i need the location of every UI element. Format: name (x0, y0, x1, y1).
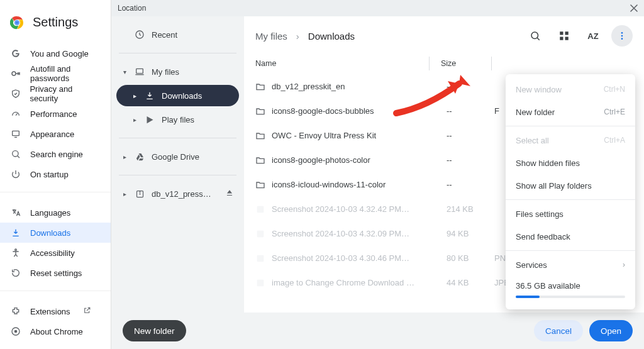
tree-gdrive[interactable]: ▸ Google Drive (116, 146, 239, 167)
menu-label: Show hidden files (516, 158, 580, 168)
dialog-footer: New folder Cancel Open (111, 313, 644, 349)
new-folder-button[interactable]: New folder (123, 320, 186, 341)
folder-icon (255, 106, 272, 116)
settings-sidebar: Settings You and GoogleAutofill and pass… (0, 0, 111, 349)
chevron-right-icon: ▸ (121, 153, 128, 160)
svg-rect-17 (565, 37, 569, 40)
search-button[interactable] (525, 25, 546, 47)
nav-appearance[interactable]: Appearance (0, 124, 111, 144)
lang-icon (10, 208, 21, 218)
play-icon (144, 115, 155, 125)
tree-downloads[interactable]: ▸ Downloads (116, 85, 239, 106)
nav-label: Appearance (30, 130, 74, 139)
nav-extensions[interactable]: Extensions (0, 301, 111, 321)
menu-label: Show all Play folders (516, 181, 592, 191)
nav-downloads[interactable]: Downloads (0, 223, 111, 243)
menu-label: New window (516, 85, 562, 94)
nav-label: Downloads (30, 228, 70, 238)
tree-mounted-archive[interactable]: ▸ db_v12_presski… (116, 183, 239, 204)
archive-icon (134, 189, 145, 199)
menu-label: Services (516, 260, 547, 270)
svg-point-19 (621, 35, 623, 37)
menu-shortcut: Ctrl+E (604, 108, 625, 116)
tree-label: db_v12_presski… (152, 189, 214, 199)
breadcrumb-root[interactable]: My files (255, 31, 287, 42)
access-icon (10, 248, 21, 258)
menu-label: Files settings (516, 209, 564, 219)
menu-files-settings[interactable]: Files settings (506, 202, 635, 225)
external-link-icon (83, 306, 91, 316)
tree-label: Play files (162, 115, 194, 125)
ext-icon (10, 306, 21, 316)
svg-rect-22 (257, 230, 264, 237)
tree-label: Google Drive (152, 152, 199, 162)
perf-icon (10, 109, 21, 119)
download-icon (144, 91, 155, 101)
nav-languages[interactable]: Languages (0, 202, 111, 223)
settings-brand: Settings (0, 15, 111, 41)
menu-show-play[interactable]: Show all Play folders (506, 174, 635, 197)
tree-label: Downloads (162, 91, 202, 101)
grid-view-button[interactable] (553, 25, 575, 47)
sort-button[interactable]: AZ (582, 25, 604, 47)
file-size: -- (438, 131, 494, 140)
clock-icon (134, 30, 145, 40)
file-dialog: Location Recent ▾ My files (111, 0, 644, 349)
file-name: image to Change Chrome Download … (272, 278, 438, 287)
file-size: 94 KB (438, 229, 494, 238)
svg-rect-21 (257, 206, 264, 213)
nav-label: About Chrome (30, 327, 83, 336)
folder-icon (255, 155, 272, 165)
file-name: Screenshot 2024-10-03 4.32.09 PM… (272, 229, 438, 238)
breadcrumb-current: Downloads (308, 31, 355, 42)
file-name: icons8-icloud-windows-11-color (272, 180, 438, 189)
col-name[interactable]: Name (255, 59, 426, 68)
menu-shortcut: Ctrl+A (604, 136, 625, 145)
file-size: 44 KB (438, 278, 494, 287)
nav-autofill-and-passwords[interactable]: Autofill and passwords (0, 64, 111, 84)
folder-icon (255, 131, 272, 141)
file-name: Screenshot 2024-10-03 4.32.42 PM… (272, 204, 438, 214)
chevron-right-icon: ▸ (131, 116, 138, 123)
file-size: -- (438, 155, 494, 165)
about-icon (10, 326, 21, 336)
svg-rect-23 (257, 255, 264, 262)
chevron-right-icon: › (296, 31, 299, 42)
close-icon[interactable] (629, 3, 639, 13)
nav-label: Performance (30, 109, 77, 119)
cancel-button[interactable]: Cancel (534, 320, 583, 341)
svg-point-6 (13, 151, 18, 157)
breadcrumb: My files › Downloads (255, 31, 355, 42)
nav-you-and-google[interactable]: You and Google (0, 43, 111, 64)
laptop-icon (134, 67, 145, 77)
nav-search-engine[interactable]: Search engine (0, 144, 111, 164)
open-button[interactable]: Open (589, 320, 633, 341)
menu-services[interactable]: Services › (506, 253, 635, 276)
image-icon (255, 278, 272, 288)
tree-myfiles[interactable]: ▾ My files (116, 61, 239, 82)
svg-point-7 (15, 249, 17, 251)
nav-privacy-and-security[interactable]: Privacy and security (0, 84, 111, 104)
file-size: 214 KB (438, 204, 494, 214)
image-icon (255, 253, 272, 263)
menu-new-folder[interactable]: New folder Ctrl+E (506, 101, 635, 123)
menu-label: Select all (516, 136, 549, 145)
tree-playfiles[interactable]: ▸ Play files (116, 109, 239, 130)
menu-label: New folder (516, 108, 555, 117)
dialog-titlebar: Location (111, 0, 644, 16)
tree-recent[interactable]: Recent (116, 24, 239, 45)
menu-show-hidden[interactable]: Show hidden files (506, 152, 635, 174)
nav-accessibility[interactable]: Accessibility (0, 243, 111, 263)
eject-icon[interactable] (225, 189, 234, 199)
file-name: db_v12_presskit_en (272, 82, 438, 91)
nav-reset-settings[interactable]: Reset settings (0, 263, 111, 283)
more-options-button[interactable] (611, 25, 633, 47)
nav-on-startup[interactable]: On startup (0, 164, 111, 184)
svg-rect-24 (257, 279, 264, 286)
col-size[interactable]: Size (432, 59, 489, 68)
menu-send-feedback[interactable]: Send feedback (506, 225, 635, 248)
file-listing: My files › Downloads AZ Name (244, 19, 644, 313)
nav-performance[interactable]: Performance (0, 104, 111, 124)
nav-about-chrome[interactable]: About Chrome (0, 321, 111, 341)
nav-label: Privacy and security (30, 84, 101, 103)
